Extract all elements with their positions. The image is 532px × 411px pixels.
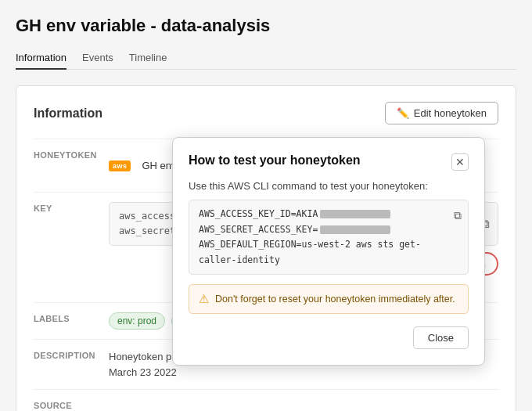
modal-line-1: AWS_ACCESS_KEY_ID=AKIA <box>199 207 458 222</box>
card-header: Information ✏️ Edit honeytoken <box>34 102 498 124</box>
source-label: SOURCE <box>34 399 96 410</box>
page-title: GH env variable - data-analysis <box>16 16 516 36</box>
modal-footer: Close <box>189 326 469 349</box>
warning-box: ⚠ Don't forget to reset your honeytoken … <box>189 284 469 314</box>
modal-copy-button[interactable]: ⧉ <box>454 207 462 225</box>
edit-icon: ✏️ <box>397 107 409 119</box>
modal-line1-blur <box>320 210 390 218</box>
warning-icon: ⚠ <box>199 292 209 306</box>
labels-label: LABELS <box>34 312 96 323</box>
modal-key-box: AWS_ACCESS_KEY_ID=AKIA AWS_SECRET_ACCESS… <box>189 200 469 275</box>
tab-information[interactable]: Information <box>16 47 66 70</box>
modal-subtitle: Use this AWS CLI command to test your ho… <box>189 180 469 192</box>
modal-line2-text: AWS_SECRET_ACCESS_KEY= <box>199 224 318 235</box>
modal-title: How to test your honeytoken <box>189 153 361 168</box>
modal-close-button[interactable]: ✕ <box>451 153 469 171</box>
modal-line-2: AWS_SECRET_ACCESS_KEY= <box>199 222 458 238</box>
aws-badge: aws <box>109 160 131 171</box>
key-label: KEY <box>34 202 96 213</box>
modal-line1-text: AWS_ACCESS_KEY_ID=AKIA <box>199 208 318 219</box>
tab-timeline[interactable]: Timeline <box>129 47 167 70</box>
honeytoken-label: HONEYTOKEN <box>34 149 96 160</box>
tab-events[interactable]: Events <box>82 47 113 70</box>
edit-button-label: Edit honeytoken <box>414 107 487 119</box>
tabs-bar: Information Events Timeline <box>16 47 516 70</box>
modal-line3-text: AWS_DEFAULT_REGION=us-west-2 aws sts get… <box>199 239 421 265</box>
description-label: DESCRIPTION <box>34 349 96 360</box>
modal-header: How to test your honeytoken ✕ <box>189 153 469 171</box>
warning-text: Don't forget to reset your honeytoken im… <box>215 294 455 305</box>
source-row: SOURCE <box>34 389 498 411</box>
label-tag-env: env: prod <box>109 312 165 330</box>
modal-line-3: AWS_DEFAULT_REGION=us-west-2 aws sts get… <box>199 237 458 268</box>
modal-line2-blur <box>320 225 390 234</box>
modal-close-footer-button[interactable]: Close <box>413 326 469 349</box>
card-title: Information <box>34 106 102 121</box>
edit-honeytoken-button[interactable]: ✏️ Edit honeytoken <box>385 102 498 124</box>
test-honeytoken-modal: How to test your honeytoken ✕ Use this A… <box>172 137 485 366</box>
